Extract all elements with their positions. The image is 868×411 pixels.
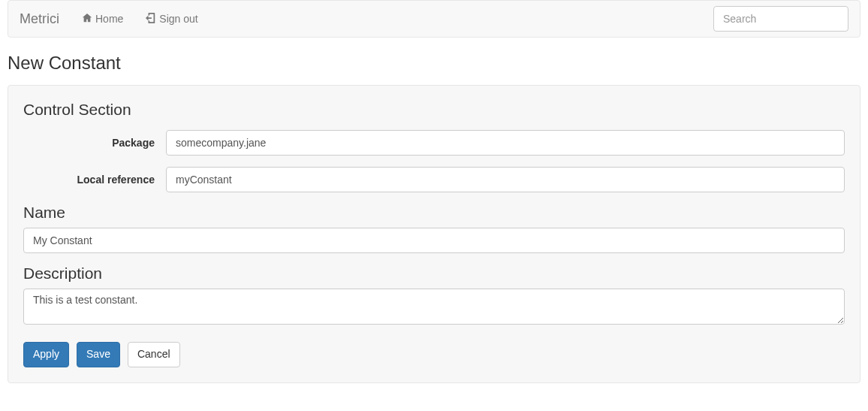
description-textarea[interactable] [23,289,845,325]
localref-row: Local reference [23,167,845,192]
cancel-button[interactable]: Cancel [128,342,180,367]
localref-input[interactable] [166,167,845,192]
page-title: New Constant [8,53,860,74]
localref-label: Local reference [23,174,166,186]
button-row: Apply Save Cancel [23,342,845,367]
signout-link[interactable]: Sign out [134,13,209,26]
signout-label: Sign out [159,13,197,25]
home-label: Home [95,13,123,25]
signout-icon [146,13,156,26]
brand-link[interactable]: Metrici [20,11,71,27]
apply-button[interactable]: Apply [23,342,69,367]
name-label: Name [23,204,845,222]
package-input[interactable] [166,130,845,156]
package-label: Package [23,137,166,149]
control-section-title: Control Section [23,101,845,119]
form-panel: Control Section Package Local reference … [8,85,860,383]
home-link[interactable]: Home [71,13,134,26]
package-row: Package [23,130,845,156]
save-button[interactable]: Save [77,342,120,367]
home-icon [82,13,92,26]
search-input[interactable] [713,6,848,32]
name-input[interactable] [23,228,845,253]
navbar: Metrici Home Sign out [8,0,860,38]
description-label: Description [23,264,845,283]
